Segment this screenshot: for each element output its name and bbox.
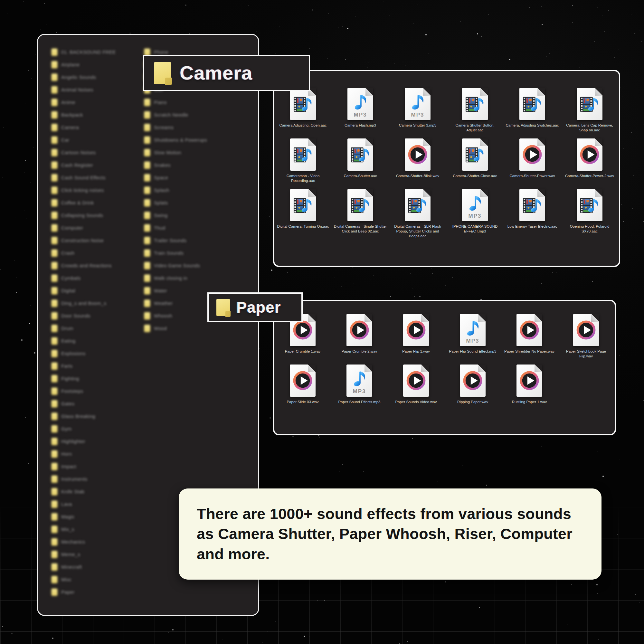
file-item[interactable]: Camera-Shutter-Power.wav xyxy=(504,138,561,183)
folder-item[interactable]: Walk closing in xyxy=(144,272,207,284)
file-item[interactable]: Camera Shutter Button, Adjust.aac xyxy=(446,88,504,133)
file-item[interactable]: Paper Sounds Video.wav xyxy=(388,365,444,404)
folder-item[interactable]: Meme_s xyxy=(52,548,116,561)
file-item[interactable]: Cameraman - Video Recording.aac xyxy=(274,138,332,183)
folder-item[interactable]: Farts xyxy=(52,360,116,372)
folder-item[interactable]: Highlighter xyxy=(52,435,116,448)
folder-item[interactable]: Cash Sound Effects xyxy=(52,171,116,184)
folder-item[interactable]: Video Game Sounds xyxy=(144,259,207,272)
folder-item[interactable]: Footsteps xyxy=(52,385,116,397)
folder-item[interactable]: Splats xyxy=(144,196,207,209)
folder-item[interactable]: Cartoon Noises xyxy=(52,146,116,159)
file-item[interactable]: Low Energy Taser Electric.aac xyxy=(504,189,561,239)
file-item[interactable]: Camera, Adjusting Switches.aac xyxy=(504,88,561,133)
folder-item[interactable]: Glass Breaking xyxy=(52,410,116,422)
file-item[interactable]: Paper Sketchbook Page Flip.wav xyxy=(558,314,614,359)
folder-item[interactable]: Car xyxy=(52,134,116,146)
folder-item[interactable]: Thud xyxy=(144,222,207,234)
file-item[interactable]: Camera-Shutter-Blink.wav xyxy=(389,138,446,183)
folder-item[interactable]: Construction Noise xyxy=(52,234,116,247)
folder-item[interactable]: Cymbals xyxy=(52,272,116,284)
folder-item-label: Fighting xyxy=(61,376,79,381)
folder-item[interactable]: Impact xyxy=(52,460,116,473)
file-item[interactable]: MP3 Paper Sound Effects.mp3 xyxy=(331,365,388,404)
folder-item[interactable]: Gym xyxy=(52,422,116,435)
folder-item[interactable]: Wood xyxy=(144,322,207,335)
folder-item[interactable]: Shutdowns & Powerups xyxy=(144,134,207,146)
folder-item[interactable]: Instruments xyxy=(52,473,116,485)
file-item[interactable]: Paper Slide 03.wav xyxy=(274,365,331,404)
folder-item[interactable]: Misc xyxy=(52,573,116,586)
file-item[interactable]: Digital Camera, Turning On.aac xyxy=(274,189,332,239)
folder-item[interactable]: Space xyxy=(144,171,207,184)
folder-item[interactable]: Horn xyxy=(52,448,116,460)
file-item[interactable]: MP3 Paper Flip Sound Effect.mp3 xyxy=(444,314,501,359)
folder-item[interactable]: Airplane xyxy=(52,58,116,71)
folder-icon xyxy=(52,137,57,144)
folder-item[interactable]: Drum xyxy=(52,322,116,335)
file-item[interactable]: MP3 Camera Flash.mp3 xyxy=(332,88,389,133)
folder-item[interactable]: Anime xyxy=(52,96,116,109)
file-item[interactable]: Camera-Shutter-Power-2.wav xyxy=(561,138,618,183)
folder-item[interactable]: Trailer Sounds xyxy=(144,234,207,247)
folder-item[interactable]: Camera xyxy=(52,121,116,134)
file-item[interactable]: Camera Adjusting, Open.aac xyxy=(274,88,332,133)
file-item[interactable]: MP3 IPHONE CAMERA SOUND EFFECT.mp3 xyxy=(446,189,504,239)
folder-item[interactable]: Collapsing Sounds xyxy=(52,209,116,222)
folder-item[interactable]: Piano xyxy=(144,96,207,109)
folder-item[interactable]: Mix_s xyxy=(52,523,116,535)
folder-item[interactable]: Backpack xyxy=(52,109,116,121)
folder-item[interactable]: Computer xyxy=(52,222,116,234)
folder-item[interactable]: Paper xyxy=(52,586,116,598)
folder-item[interactable]: Fighting xyxy=(52,372,116,385)
file-item[interactable]: Opening Hood, Polaroid SX70.aac xyxy=(561,189,618,239)
folder-item[interactable]: Water xyxy=(144,284,207,297)
file-item[interactable]: Paper Crumble 2.wav xyxy=(331,314,388,359)
folder-item[interactable]: Eating xyxy=(52,335,116,347)
folder-item[interactable]: Whoosh xyxy=(144,309,207,322)
folder-item[interactable]: Crowds and Reactions xyxy=(52,259,116,272)
folder-item[interactable]: Digital xyxy=(52,284,116,297)
folder-item[interactable]: Magic xyxy=(52,510,116,523)
folder-icon xyxy=(52,162,57,169)
folder-item[interactable]: Gates xyxy=(52,397,116,410)
folder-item[interactable]: Ding_s and Boom_s xyxy=(52,297,116,309)
file-item[interactable]: Camera, Lens Cap Remove, Snap on.aac xyxy=(561,88,618,133)
camera-file-grid: Camera Adjusting, Open.aac MP3 Camera Fl… xyxy=(274,88,619,244)
file-item[interactable]: Camera-Shutter-Close.aac xyxy=(446,138,504,183)
file-item[interactable]: MP3 Camera Shutter 3.mp3 xyxy=(389,88,446,133)
folder-item[interactable]: Cash Register xyxy=(52,159,116,171)
folder-item[interactable]: Slow Motion xyxy=(144,146,207,159)
folder-item[interactable]: Minecraft xyxy=(52,561,116,573)
folder-item[interactable]: Angelic Sounds xyxy=(52,71,116,83)
file-item[interactable]: Camera-Shutter.aac xyxy=(332,138,389,183)
folder-item[interactable]: Knife Stab xyxy=(52,485,116,498)
file-item[interactable]: Rustling Paper 1.wav xyxy=(501,365,558,404)
folder-item[interactable]: Door Sounds xyxy=(52,309,116,322)
folder-item[interactable]: Animal Noises xyxy=(52,83,116,96)
folder-list-column-1: 01. BACKSOUND FREE Airplane Angelic Soun… xyxy=(52,46,116,598)
folder-item[interactable]: Swing xyxy=(144,209,207,222)
folder-icon xyxy=(52,187,57,194)
note-box: There are 1000+ sound effects from vario… xyxy=(179,488,601,580)
folder-item[interactable]: Explosions xyxy=(52,347,116,360)
folder-item[interactable]: Snakes xyxy=(144,159,207,171)
folder-icon xyxy=(52,149,57,156)
folder-item[interactable]: Lava xyxy=(52,498,116,510)
folder-item[interactable]: Click ticking noises xyxy=(52,184,116,196)
folder-item[interactable]: Crash xyxy=(52,247,116,259)
folder-item[interactable]: Weather xyxy=(144,297,207,309)
folder-item[interactable]: Coffee & Drink xyxy=(52,196,116,209)
folder-item[interactable]: 01. BACKSOUND FREE xyxy=(52,46,116,58)
file-item[interactable]: Digital Cameras - SLR Flash Popup, Shutt… xyxy=(389,189,446,239)
file-item[interactable]: Digital Cameras - Single Shutter Click a… xyxy=(332,189,389,239)
file-item[interactable]: Ripping Paper.wav xyxy=(444,365,501,404)
file-name: Cameraman - Video Recording.aac xyxy=(276,174,330,183)
folder-item[interactable]: Screams xyxy=(144,121,207,134)
file-item[interactable]: Paper Shredder No Paper.wav xyxy=(501,314,558,359)
folder-item[interactable]: Scratch Needle xyxy=(144,109,207,121)
folder-item[interactable]: Train Sounds xyxy=(144,247,207,259)
folder-item[interactable]: Mechanics xyxy=(52,535,116,548)
folder-item[interactable]: Splash xyxy=(144,184,207,196)
file-item[interactable]: Paper Flip 1.wav xyxy=(388,314,444,359)
